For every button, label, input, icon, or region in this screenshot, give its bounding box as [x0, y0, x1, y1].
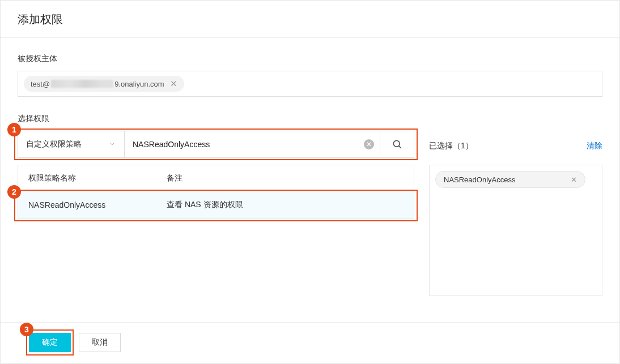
remove-selected-icon[interactable]: ✕: [571, 175, 577, 184]
row-note: 查看 NAS 资源的权限: [163, 200, 414, 210]
principal-chip[interactable]: test@ 9.onaliyun.com ✕: [24, 76, 184, 92]
remove-principal-icon[interactable]: ✕: [170, 79, 177, 89]
selected-list: NASReadOnlyAccess ✕: [429, 165, 602, 296]
principal-chip-suffix: 9.onaliyun.com: [114, 80, 164, 88]
dialog-footer: 3 确定 取消: [1, 322, 619, 363]
ok-button[interactable]: 确定: [29, 333, 71, 352]
selected-chip[interactable]: NASReadOnlyAccess ✕: [435, 171, 585, 188]
table-row[interactable]: NASReadOnlyAccess 查看 NAS 资源的权限: [18, 191, 414, 219]
clear-selected-link[interactable]: 清除: [587, 141, 602, 151]
table-header: 权限策略名称 备注: [18, 165, 414, 191]
row-policy-name: NASReadOnlyAccess: [18, 200, 163, 209]
search-row: 自定义权限策略 ✕: [18, 131, 414, 158]
svg-point-0: [393, 140, 400, 147]
principal-chip-masked: [51, 80, 113, 88]
col-note: 备注: [163, 173, 414, 183]
selected-count: 已选择（1）: [429, 141, 473, 151]
dropdown-value: 自定义权限策略: [26, 139, 82, 149]
principal-input[interactable]: test@ 9.onaliyun.com ✕: [18, 71, 602, 97]
policy-type-dropdown[interactable]: 自定义权限策略: [18, 131, 125, 157]
search-icon: [392, 139, 403, 150]
dialog: 添加权限 被授权主体 test@ 9.onaliyun.com ✕ 选择权限 1…: [0, 0, 620, 364]
selected-chip-label: NASReadOnlyAccess: [444, 175, 515, 184]
cancel-button[interactable]: 取消: [79, 333, 121, 352]
principal-chip-prefix: test@: [31, 80, 50, 88]
col-policy-name: 权限策略名称: [18, 173, 163, 183]
principal-label: 被授权主体: [18, 54, 602, 64]
left-column: 1 自定义权限策略 ✕: [18, 131, 414, 296]
svg-line-1: [398, 146, 401, 148]
permission-label: 选择权限: [18, 114, 602, 124]
right-column: 已选择（1） 清除 NASReadOnlyAccess ✕: [429, 131, 602, 296]
search-button[interactable]: [380, 131, 414, 157]
chevron-down-icon: [108, 140, 116, 149]
policy-table: 权限策略名称 备注 2 NASReadOnlyAccess 查看 NAS 资源的…: [18, 165, 414, 219]
dialog-title: 添加权限: [1, 1, 619, 38]
search-input[interactable]: [133, 140, 372, 149]
clear-search-icon[interactable]: ✕: [364, 139, 374, 149]
